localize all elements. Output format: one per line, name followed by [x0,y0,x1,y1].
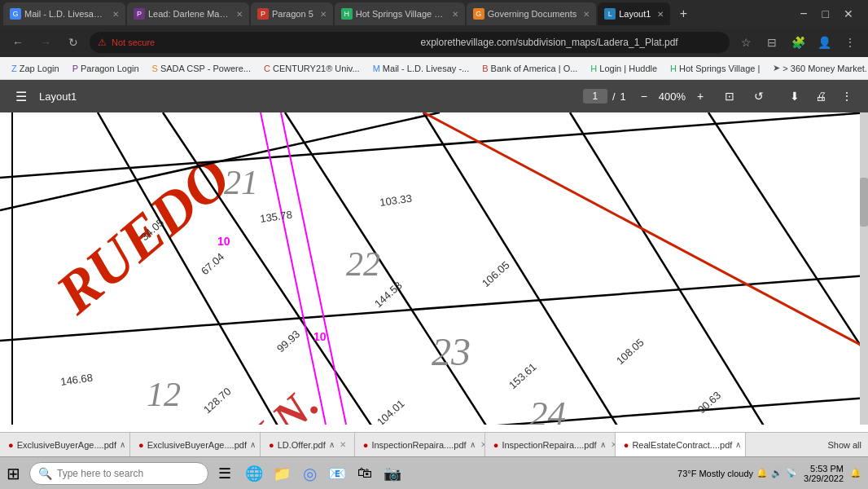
browser-menu-btn[interactable]: ⋮ [839,31,861,54]
taskbar-store-icon[interactable]: 🛍 [352,460,378,487]
layout1-favicon: L [604,8,616,20]
taskbar-system-tray: 73°F Mostly cloudy 🔔 🔊 📡 5:53 PM 3/29/20… [677,464,868,483]
minimize-btn[interactable]: − [795,7,812,21]
bookmark-star-btn[interactable]: ☆ [734,31,757,54]
split-screen-btn[interactable]: ⊟ [761,31,783,54]
tab-hotsprings-close[interactable]: ✕ [452,10,458,19]
pdf-zoom-out-button[interactable]: − [633,85,655,108]
tab-hotsprings[interactable]: H Hot Springs Village via Thu... ✕ [335,2,465,25]
bookmark-huddle[interactable]: H Login | Huddle [585,62,662,75]
pdf-file-inspection1[interactable]: ● InspectionRepaira....pdf ∧ ✕ [355,433,485,456]
pdf-title: Layout1 [39,90,77,103]
bookmark-boa[interactable]: B Bank of America | O... [477,62,582,75]
system-tray-icons: 73°F Mostly cloudy 🔔 🔊 📡 [677,468,797,478]
bookmark-sada[interactable]: S SADA CSP - Powere... [147,62,256,75]
pdf-file-realestate-label: RealEstateContract....pdf [632,440,732,450]
measure-10-2: 10 [313,330,327,343]
bookmark-sada-label: SADA CSP - Powere... [160,64,251,73]
pdf-toolbar: ☰ Layout1 / 1 − 400% + ⊡ ↺ ⬇ 🖨 ⋮ [0,80,868,112]
tray-icon-2[interactable]: 🔊 [771,468,783,478]
pdf-file-inspection2-label: InspectionRepaira....pdf [502,440,596,450]
pdf-page-info: / 1 [583,89,626,104]
plat-map-container: RUEDO LN. [0,112,868,425]
new-tab-button[interactable]: + [672,2,695,25]
show-all-button[interactable]: Show all [821,440,868,450]
bookmark-zap[interactable]: Z Zap Login [7,62,64,75]
pdf-page-input[interactable] [583,89,607,104]
taskbar-search-box[interactable]: 🔍 [29,462,208,485]
address-bar[interactable]: ⚠ Not secure explorethevillage.com/subdi… [90,32,730,53]
profile-btn[interactable]: 👤 [813,31,835,54]
pdf-file-exclusive2[interactable]: ● ExclusiveBuyerAge....pdf ∧ ✕ [130,433,261,456]
pdf-rotate-button[interactable]: ↺ [747,85,770,108]
back-button[interactable]: ← [7,31,29,54]
reload-button[interactable]: ↻ [62,31,85,54]
clock-widget[interactable]: 5:53 PM 3/29/2022 [804,464,844,483]
pdf-chevron-4: ∧ [470,440,476,449]
start-button[interactable]: ⊞ [0,460,26,487]
lot-21-label: 21 [224,164,258,201]
gmail-favicon: G [10,8,21,20]
notification-icon[interactable]: 🔔 [850,468,861,478]
tab-governing[interactable]: G Governing Documents ✕ [467,2,596,25]
bookmark-huddle-label: Login | Huddle [599,64,657,73]
pdf-zoom-in-button[interactable]: + [689,85,712,108]
bookmark-mail[interactable]: M Mail - L.D. Livesay -... [368,62,475,75]
tab-lead-close[interactable]: ✕ [236,10,243,19]
taskbar-mail-icon[interactable]: 📧 [324,460,350,487]
tab-gmail[interactable]: G Mail - L.D. Livesay - Outlook ✕ [3,2,125,25]
pdf-file-exclusive1[interactable]: ● ExclusiveBuyerAge....pdf ∧ ✕ [0,433,130,456]
bookmark-century21[interactable]: C CENTURY21® Univ... [259,62,365,75]
measure-10-3: 10 [405,422,418,425]
tab-paragon5-close[interactable]: ✕ [320,10,327,19]
pdf-menu-button[interactable]: ☰ [10,85,33,108]
tab-lead[interactable]: P Lead: Darlene Marquis ✕ [127,2,249,25]
bookmarks-bar: Z Zap Login P Paragon Login S SADA CSP -… [0,57,868,80]
taskbar: ⊞ 🔍 ☰ 🌐 📁 ◎ 📧 🛍 📷 73°F Mostly cloudy 🔔 🔊… [0,456,868,489]
taskbar-camera-icon[interactable]: 📷 [379,460,406,487]
taskbar-edge-icon[interactable]: 🌐 [241,460,267,487]
pdf-file-realestate[interactable]: ● RealEstateContract....pdf ∧ ✕ [616,433,746,456]
svg-rect-15 [860,112,868,425]
tray-icon-3[interactable]: 📡 [786,468,797,478]
tray-icon-1[interactable]: 🔔 [756,468,768,478]
bookmark-hsv[interactable]: H Hot Springs Village | [665,62,765,75]
taskbar-explorer-icon[interactable]: 📁 [269,460,295,487]
tab-lead-label: Lead: Darlene Marquis [148,9,230,19]
pdf-download-button[interactable]: ⬇ [783,85,806,108]
extensions-btn[interactable]: 🧩 [787,31,809,54]
bookmark-360-label: > 360 Money Market... [783,64,868,73]
maximize-btn[interactable]: □ [818,7,834,20]
bookmark-paragon-label: Paragon Login [81,64,139,73]
task-view-button[interactable]: ☰ [212,460,238,487]
pdf-file-inspection2[interactable]: ● InspectionRepaira....pdf ∧ ✕ [485,433,616,456]
taskbar-search-input[interactable] [57,468,199,479]
taskbar-pinned-icons: 🌐 📁 ◎ 📧 🛍 📷 [238,460,677,487]
window-controls: − □ ✕ [795,7,865,21]
pdf-fit-button[interactable]: ⊡ [718,85,741,108]
tab-layout1-close[interactable]: ✕ [657,10,664,19]
pdf-chevron-3: ∧ [329,440,335,449]
pdf-more-button[interactable]: ⋮ [835,85,858,108]
tab-layout1[interactable]: L Layout1 ✕ [598,2,670,25]
security-icon: ⚠ [98,37,107,48]
tab-governing-label: Governing Documents [488,9,576,19]
close-btn[interactable]: ✕ [839,7,858,20]
bookmark-boa-label: Bank of America | O... [491,64,578,73]
lot-23-label: 23 [432,330,471,373]
bookmark-paragon[interactable]: P Paragon Login [68,62,144,75]
bookmark-360[interactable]: ➤ > 360 Money Market... [768,61,868,75]
tab-paragon5[interactable]: P Paragon 5 ✕ [251,2,333,25]
not-secure-label: Not secure [112,37,413,47]
url-text: explorethevillage.com/subdivision_maps/L… [421,37,722,48]
pdf-page-total: 1 [620,90,626,103]
pdf-file-ld-offer[interactable]: ● LD.Offer.pdf ∧ ✕ [261,433,355,456]
tab-governing-close[interactable]: ✕ [583,10,590,19]
forward-button[interactable]: → [34,31,57,54]
taskbar-chrome-icon[interactable]: ◎ [296,460,322,487]
pdf-file-ld-offer-close[interactable]: ✕ [340,440,346,449]
pdf-print-button[interactable]: 🖨 [809,85,832,108]
plat-map-svg: RUEDO LN. [0,112,868,425]
lot-12-label: 12 [147,376,181,413]
tab-gmail-close[interactable]: ✕ [112,10,119,19]
